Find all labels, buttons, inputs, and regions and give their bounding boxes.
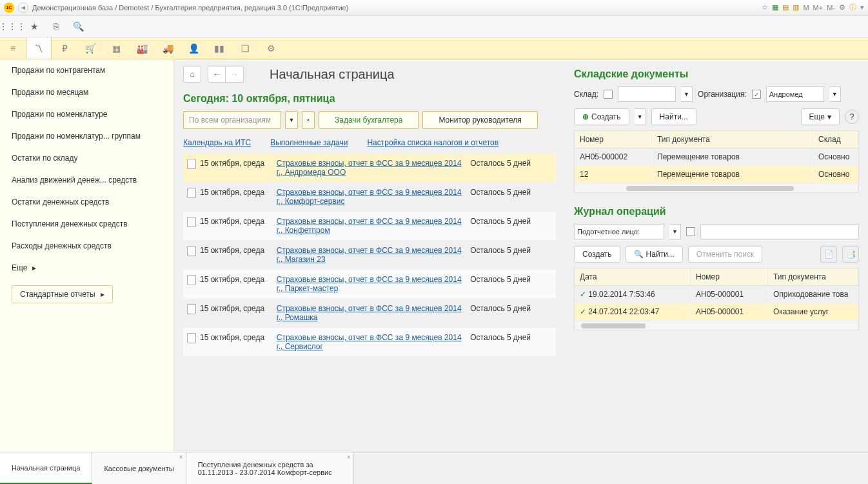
person-checkbox[interactable]	[686, 227, 695, 236]
person-value-select[interactable]	[700, 224, 859, 239]
org-select[interactable]: По всем организациям	[183, 111, 281, 129]
sidebar-item[interactable]: Остатки по складу	[0, 147, 173, 169]
task-link[interactable]: Страховые взносы, отчет в ФСС за 9 месяц…	[277, 333, 462, 351]
toolbar-icon-2[interactable]: ▤	[782, 3, 789, 12]
section-boxes-icon[interactable]: ▦	[103, 37, 129, 59]
task-row[interactable]: 15 октября, средаСтраховые взносы, отчет…	[183, 183, 556, 212]
warehouse-dropdown-arrow[interactable]: ▼	[681, 86, 693, 102]
jr-find-button[interactable]: 🔍Найти...	[626, 246, 683, 263]
jr-icon-1[interactable]: 📄	[820, 246, 837, 263]
wh-hscroll[interactable]	[575, 183, 858, 192]
section-cart-icon[interactable]: 🛒	[77, 37, 103, 59]
forward-button[interactable]: →	[226, 66, 244, 83]
section-docs-icon[interactable]: ❏	[232, 37, 258, 59]
nav-back-icon[interactable]: ◄	[18, 3, 28, 13]
favorite-icon[interactable]: ☆	[762, 3, 768, 12]
wh-find-button[interactable]: Найти...	[651, 108, 696, 125]
task-row[interactable]: 15 октября, средаСтраховые взносы, отчет…	[183, 270, 556, 299]
task-link[interactable]: Страховые взносы, отчет в ФСС за 9 месяц…	[277, 188, 462, 206]
task-link[interactable]: Страховые взносы, отчет в ФСС за 9 месяц…	[277, 275, 462, 293]
memory-mminus[interactable]: M-	[827, 4, 835, 12]
org-select-box[interactable]: Андромед	[766, 86, 824, 102]
task-row[interactable]: 15 октября, средаСтраховые взносы, отчет…	[183, 299, 556, 328]
close-icon[interactable]: ×	[179, 454, 183, 461]
wh-help-icon[interactable]: ?	[845, 110, 859, 124]
org-label: Организация:	[698, 90, 747, 99]
sidebar-item[interactable]: Продажи по номенклатур... группам	[0, 125, 173, 147]
grid-row[interactable]: АН05-000002Перемещение товаровОсновно	[575, 148, 858, 166]
tax-settings-link[interactable]: Настройка списка налогов и отчетов	[367, 138, 498, 147]
calculator-icon[interactable]: ▥	[793, 3, 799, 12]
manager-monitor-button[interactable]: Монитор руководителя	[422, 111, 537, 129]
apps-grid-icon[interactable]: ⋮⋮⋮	[6, 21, 18, 32]
sidebar-item[interactable]: Продажи по контрагентам	[0, 59, 173, 81]
person-dropdown-arrow[interactable]: ▼	[669, 224, 681, 239]
close-icon[interactable]: ×	[347, 454, 351, 461]
settings-icon[interactable]: ⚙	[839, 3, 845, 12]
col-date[interactable]: Дата	[575, 268, 691, 285]
task-link[interactable]: Страховые взносы, отчет в ФСС за 9 месяц…	[277, 217, 462, 235]
accountant-tasks-button[interactable]: Задачи бухгалтера	[319, 111, 419, 129]
bottom-tab[interactable]: ×Кассовые документы	[92, 452, 186, 484]
sidebar-item[interactable]: Поступления денежных средств	[0, 213, 173, 235]
wh-create-button[interactable]: ⊕Создать	[574, 108, 629, 125]
task-link[interactable]: Страховые взносы, отчет в ФСС за 9 месяц…	[277, 246, 462, 264]
grid-row[interactable]: ✓ 19.02.2014 7:53:46АН05-000001Оприходов…	[575, 286, 858, 303]
clipboard-icon[interactable]: ⎘	[50, 21, 62, 32]
task-row[interactable]: 15 октября, средаСтраховые взносы, отчет…	[183, 241, 556, 270]
standard-reports-button[interactable]: Стандартные отчеты▸	[12, 285, 113, 303]
bottom-tab[interactable]: ×Поступления денежных средств за 01.11.2…	[186, 452, 354, 484]
sidebar-more[interactable]: Еще▸	[0, 257, 173, 279]
org-dropdown-arrow[interactable]: ▼	[829, 86, 841, 102]
star-icon[interactable]: ★	[28, 21, 40, 32]
warehouse-select[interactable]	[618, 86, 676, 102]
task-link[interactable]: Страховые взносы, отчет в ФСС за 9 месяц…	[277, 304, 462, 322]
col-doctype[interactable]: Тип документа	[652, 131, 813, 148]
jr-create-button[interactable]: Создать	[574, 246, 620, 263]
sidebar-item[interactable]: Продажи по номенклатуре	[0, 103, 173, 125]
section-truck-icon[interactable]: 🚚	[155, 37, 181, 59]
task-row[interactable]: 15 октября, средаСтраховые взносы, отчет…	[183, 154, 556, 183]
sidebar-item[interactable]: Анализ движений денеж... средств	[0, 169, 173, 191]
jr-cancel-search-button[interactable]: Отменить поиск	[688, 246, 762, 263]
toolbar-icon-1[interactable]: ▦	[772, 3, 778, 12]
col-warehouse[interactable]: Склад	[813, 131, 858, 148]
section-gear-icon[interactable]: ⚙	[258, 37, 284, 59]
search-icon[interactable]: 🔍	[72, 21, 84, 32]
task-row[interactable]: 15 октября, средаСтраховые взносы, отчет…	[183, 328, 556, 357]
sidebar-item[interactable]: Расходы денежных средств	[0, 235, 173, 257]
section-finance-icon[interactable]: ₽	[52, 37, 77, 59]
home-button[interactable]: ⌂	[183, 66, 201, 83]
section-person-icon[interactable]: 👤	[181, 37, 206, 59]
info-icon[interactable]: ⓘ	[849, 3, 856, 12]
org-clear-button[interactable]: ×	[302, 111, 315, 129]
grid-row[interactable]: ✓ 24.07.2014 22:03:47АН05-000001Оказание…	[575, 303, 858, 321]
task-link[interactable]: Страховые взносы, отчет в ФСС за 9 месяц…	[277, 159, 462, 177]
person-select[interactable]: Подотчетное лицо:	[574, 224, 664, 239]
dropdown-icon[interactable]: ▾	[860, 3, 864, 12]
section-factory-icon[interactable]: 🏭	[129, 37, 155, 59]
sidebar-item[interactable]: Остатки денежных средств	[0, 191, 173, 213]
jr-hscroll[interactable]	[575, 321, 858, 330]
grid-row[interactable]: 12Перемещение товаровОсновно	[575, 166, 858, 183]
wh-create-dropdown[interactable]: ▼	[635, 108, 646, 125]
section-stats-icon[interactable]: ▮▮	[206, 37, 232, 59]
menu-icon[interactable]: ≡	[0, 37, 26, 59]
done-tasks-link[interactable]: Выполненные задачи	[270, 138, 348, 147]
calendar-link[interactable]: Календарь на ИТС	[183, 138, 251, 147]
task-row[interactable]: 15 октября, средаСтраховые взносы, отчет…	[183, 212, 556, 241]
bottom-tab[interactable]: Начальная страница	[0, 452, 92, 484]
org-dropdown-icon[interactable]: ▼	[285, 111, 298, 129]
org-checkbox[interactable]: ✓	[752, 90, 761, 99]
sidebar-item[interactable]: Продажи по месяцам	[0, 81, 173, 103]
wh-more-button[interactable]: Еще ▾	[801, 108, 840, 125]
col-num[interactable]: Номер	[691, 268, 768, 285]
memory-m[interactable]: M	[803, 4, 809, 12]
col-number[interactable]: Номер	[575, 131, 652, 148]
memory-mplus[interactable]: M+	[813, 4, 824, 12]
jr-icon-2[interactable]: 📑	[842, 246, 859, 263]
col-type[interactable]: Тип документа	[768, 268, 858, 285]
back-button[interactable]: ←	[208, 66, 226, 83]
section-chart-icon[interactable]: 〽	[26, 37, 52, 59]
warehouse-checkbox[interactable]	[604, 90, 613, 99]
